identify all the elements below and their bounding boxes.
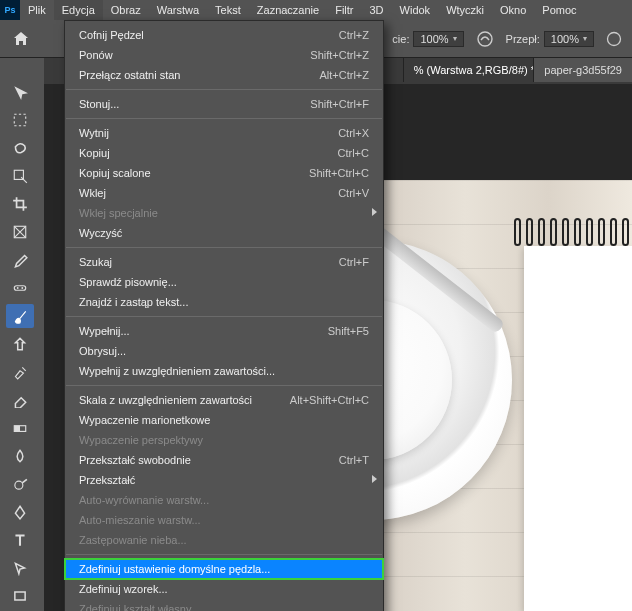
flow-control[interactable]: Przepł: 100%▾ [506, 31, 594, 47]
menu-warstwa[interactable]: Warstwa [149, 0, 207, 20]
menu-item-label: Wypaczenie marionetkowe [79, 414, 210, 426]
menu-item[interactable]: Znajdź i zastąp tekst... [65, 292, 383, 312]
menu-item-label: Wytnij [79, 127, 109, 139]
document-canvas[interactable] [382, 180, 632, 611]
menu-item[interactable]: Wyczyść [65, 223, 383, 243]
menu-item[interactable]: Zdefiniuj wzorek... [65, 579, 383, 599]
menu-item[interactable]: SzukajCtrl+F [65, 252, 383, 272]
gradient-tool[interactable] [6, 416, 34, 440]
menu-separator [66, 316, 382, 317]
menu-item-shortcut: Shift+F5 [328, 325, 369, 337]
menu-item[interactable]: KopiujCtrl+C [65, 143, 383, 163]
menu-3d[interactable]: 3D [362, 0, 392, 20]
brush-tool[interactable] [6, 304, 34, 328]
menu-item-label: Zdefiniuj wzorek... [79, 583, 168, 595]
menu-item-label: Przekształć swobodnie [79, 454, 191, 466]
tools-panel [0, 58, 44, 611]
marquee-tool[interactable] [6, 108, 34, 132]
menu-item-shortcut: Shift+Ctrl+F [310, 98, 369, 110]
menu-item: Auto-wyrównanie warstw... [65, 490, 383, 510]
menu-separator [66, 118, 382, 119]
menu-item-shortcut: Shift+Ctrl+C [309, 167, 369, 179]
menu-item[interactable]: Stonuj...Shift+Ctrl+F [65, 94, 383, 114]
menu-widok[interactable]: Widok [392, 0, 439, 20]
crop-tool[interactable] [6, 192, 34, 216]
type-tool[interactable] [6, 528, 34, 552]
submenu-arrow-icon [372, 475, 377, 485]
menu-item-shortcut: Ctrl+C [338, 147, 369, 159]
rectangle-tool[interactable] [6, 584, 34, 608]
menu-item: Wypaczenie perspektywy [65, 430, 383, 450]
menu-item[interactable]: WytnijCtrl+X [65, 123, 383, 143]
eyedropper-tool[interactable] [6, 248, 34, 272]
menu-item-shortcut: Ctrl+F [339, 256, 369, 268]
menu-okno[interactable]: Okno [492, 0, 534, 20]
menu-item[interactable]: PonówShift+Ctrl+Z [65, 45, 383, 65]
menu-item-label: Skala z uwzględnieniem zawartości [79, 394, 252, 406]
menu-item-label: Wypaczenie perspektywy [79, 434, 203, 446]
menu-zaznaczanie[interactable]: Zaznaczanie [249, 0, 327, 20]
pen-tool[interactable] [6, 500, 34, 524]
menu-wtyczki[interactable]: Wtyczki [438, 0, 492, 20]
menu-separator [66, 554, 382, 555]
menu-tekst[interactable]: Tekst [207, 0, 249, 20]
menu-item: Zastępowanie nieba... [65, 530, 383, 550]
menu-filtr[interactable]: Filtr [327, 0, 361, 20]
menu-plik[interactable]: Plik [20, 0, 54, 20]
svg-point-6 [17, 287, 19, 289]
menu-item[interactable]: Wypełnij z uwzględnieniem zawartości... [65, 361, 383, 381]
dodge-tool[interactable] [6, 472, 34, 496]
menu-item-shortcut: Ctrl+X [338, 127, 369, 139]
menu-item[interactable]: Obrysuj... [65, 341, 383, 361]
menu-item-label: Stonuj... [79, 98, 119, 110]
menu-edycja[interactable]: Edycja [54, 0, 103, 20]
menu-pomoc[interactable]: Pomoc [534, 0, 584, 20]
menu-item[interactable]: Zdefiniuj ustawienie domyślne pędzla... [65, 559, 383, 579]
document-tab[interactable]: paper-g3d55f29 [533, 58, 632, 82]
menu-item[interactable]: Wypaczenie marionetkowe [65, 410, 383, 430]
menu-item-label: Wklej [79, 187, 106, 199]
menu-item-shortcut: Ctrl+T [339, 454, 369, 466]
healing-tool[interactable] [6, 276, 34, 300]
menu-item-label: Wypełnij... [79, 325, 130, 337]
svg-rect-11 [15, 592, 25, 600]
flow-label: Przepł: [506, 33, 540, 45]
app-logo: Ps [0, 0, 20, 20]
menu-item-label: Kopiuj scalone [79, 167, 151, 179]
menu-item-label: Szukaj [79, 256, 112, 268]
opacity-control[interactable]: cie: 100%▾ [392, 31, 463, 47]
frame-tool[interactable] [6, 220, 34, 244]
menu-item[interactable]: Cofnij PędzelCtrl+Z [65, 25, 383, 45]
menu-item[interactable]: Kopiuj scaloneShift+Ctrl+C [65, 163, 383, 183]
submenu-arrow-icon [372, 208, 377, 218]
menu-item-label: Auto-wyrównanie warstw... [79, 494, 209, 506]
menu-item[interactable]: Przełącz ostatni stanAlt+Ctrl+Z [65, 65, 383, 85]
menu-item[interactable]: Przekształć [65, 470, 383, 490]
history-brush-tool[interactable] [6, 360, 34, 384]
blur-tool[interactable] [6, 444, 34, 468]
menu-item-label: Przekształć [79, 474, 135, 486]
menu-item-shortcut: Alt+Ctrl+Z [319, 69, 369, 81]
document-tab-active[interactable]: % (Warstwa 2,RGB/8#) * [403, 58, 545, 82]
menu-obraz[interactable]: Obraz [103, 0, 149, 20]
menu-item[interactable]: Wypełnij...Shift+F5 [65, 321, 383, 341]
menu-item-shortcut: Ctrl+V [338, 187, 369, 199]
move-tool[interactable] [6, 80, 34, 104]
home-button[interactable] [6, 27, 36, 51]
menu-item-label: Ponów [79, 49, 113, 61]
object-select-tool[interactable] [6, 164, 34, 188]
smoothing-icon[interactable] [606, 31, 622, 47]
svg-point-0 [478, 32, 492, 46]
lasso-tool[interactable] [6, 136, 34, 160]
svg-point-1 [608, 32, 621, 45]
clone-tool[interactable] [6, 332, 34, 356]
menu-item-label: Sprawdź pisownię... [79, 276, 177, 288]
eraser-tool[interactable] [6, 388, 34, 412]
menu-item-label: Auto-mieszanie warstw... [79, 514, 201, 526]
menu-item[interactable]: Skala z uwzględnieniem zawartościAlt+Shi… [65, 390, 383, 410]
menu-item[interactable]: Sprawdź pisownię... [65, 272, 383, 292]
menu-item[interactable]: Przekształć swobodnieCtrl+T [65, 450, 383, 470]
airbrush-icon[interactable] [476, 30, 494, 48]
path-select-tool[interactable] [6, 556, 34, 580]
menu-item[interactable]: WklejCtrl+V [65, 183, 383, 203]
